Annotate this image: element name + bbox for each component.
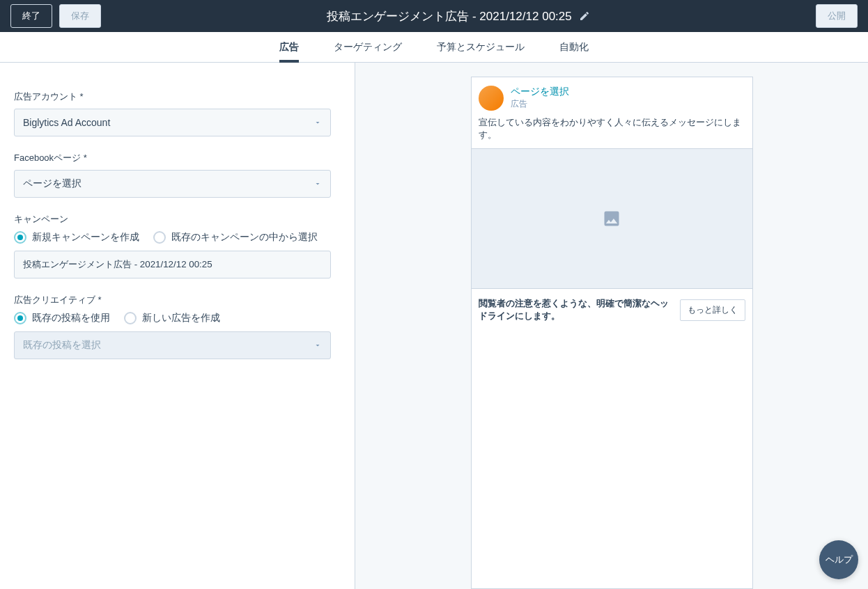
main-content: 広告アカウント * Biglytics Ad Account Facebookペ… bbox=[0, 63, 868, 589]
radio-existing-campaign[interactable]: 既存のキャンペーンの中から選択 bbox=[153, 231, 318, 244]
app-header: 終了 保存 投稿エンゲージメント広告 - 2021/12/12 00:25 公開 bbox=[0, 0, 868, 32]
radio-create-new-ad[interactable]: 新しい広告を作成 bbox=[124, 312, 220, 324]
tabs-bar: 広告 ターゲティング 予算とスケジュール 自動化 bbox=[0, 32, 868, 63]
facebook-page-label: Facebookページ * bbox=[14, 152, 341, 164]
tab-budget[interactable]: 予算とスケジュール bbox=[437, 32, 525, 63]
save-button[interactable]: 保存 bbox=[59, 4, 101, 28]
preview-headline: 閲覧者の注意を惹くような、明確で簡潔なヘッドラインにします。 bbox=[479, 297, 672, 322]
creative-label: 広告クリエイティブ * bbox=[14, 294, 341, 306]
preview-body-text: 宣伝している内容をわかりやすく人々に伝えるメッセージにします。 bbox=[472, 116, 752, 148]
radio-use-existing-post[interactable]: 既存の投稿を使用 bbox=[14, 312, 110, 324]
existing-post-placeholder: 既存の投稿を選択 bbox=[23, 339, 101, 352]
radio-create-new-ad-label: 新しい広告を作成 bbox=[142, 312, 220, 324]
tab-ad[interactable]: 広告 bbox=[279, 32, 299, 63]
radio-use-existing-post-label: 既存の投稿を使用 bbox=[32, 312, 110, 324]
image-icon bbox=[600, 209, 623, 228]
preview-pane: ページを選択 広告 宣伝している内容をわかりやすく人々に伝えるメッセージにします… bbox=[355, 63, 868, 589]
ad-preview-card: ページを選択 広告 宣伝している内容をわかりやすく人々に伝えるメッセージにします… bbox=[471, 77, 753, 589]
chevron-down-icon bbox=[313, 180, 322, 188]
ad-account-select[interactable]: Biglytics Ad Account bbox=[14, 109, 331, 136]
facebook-page-select[interactable]: ページを選択 bbox=[14, 170, 331, 198]
exit-button[interactable]: 終了 bbox=[10, 4, 52, 28]
tab-targeting[interactable]: ターゲティング bbox=[334, 32, 402, 63]
form-pane: 広告アカウント * Biglytics Ad Account Facebookペ… bbox=[0, 63, 355, 589]
campaign-name-input[interactable] bbox=[14, 251, 331, 278]
tab-automation[interactable]: 自動化 bbox=[559, 32, 589, 63]
edit-title-icon[interactable] bbox=[579, 10, 590, 22]
radio-new-campaign[interactable]: 新規キャンペーンを作成 bbox=[14, 231, 139, 244]
campaign-label: キャンペーン bbox=[14, 213, 341, 226]
radio-new-campaign-label: 新規キャンペーンを作成 bbox=[32, 231, 139, 244]
existing-post-select[interactable]: 既存の投稿を選択 bbox=[14, 331, 331, 359]
avatar bbox=[479, 86, 504, 111]
preview-image-placeholder bbox=[472, 148, 752, 289]
chevron-down-icon bbox=[313, 341, 322, 350]
chevron-down-icon bbox=[313, 118, 322, 127]
preview-page-link[interactable]: ページを選択 bbox=[511, 86, 569, 98]
publish-button[interactable]: 公開 bbox=[816, 4, 858, 28]
help-button[interactable]: ヘルプ bbox=[819, 540, 858, 579]
learn-more-button[interactable]: もっと詳しく bbox=[680, 299, 745, 321]
preview-subtitle: 広告 bbox=[511, 98, 569, 110]
ad-account-label: 広告アカウント * bbox=[14, 91, 341, 103]
page-title: 投稿エンゲージメント広告 - 2021/12/12 00:25 bbox=[327, 8, 571, 24]
facebook-page-value: ページを選択 bbox=[23, 178, 82, 190]
radio-existing-campaign-label: 既存のキャンペーンの中から選択 bbox=[171, 231, 318, 244]
ad-account-value: Biglytics Ad Account bbox=[23, 117, 110, 128]
